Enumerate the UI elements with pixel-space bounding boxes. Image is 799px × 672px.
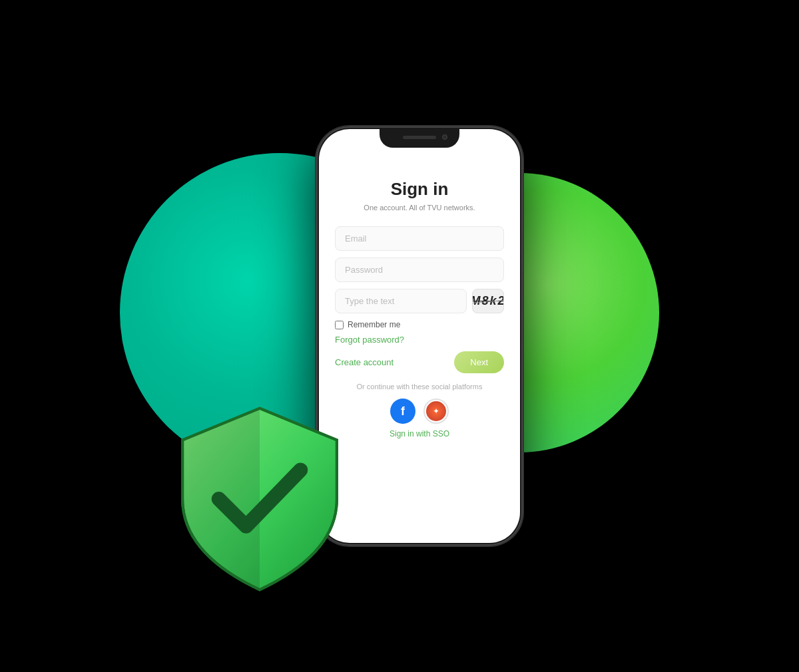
sso-icon[interactable]: ✦ xyxy=(423,399,449,424)
phone-speaker xyxy=(403,136,436,139)
sso-inner-icon: ✦ xyxy=(426,401,446,421)
remember-checkbox[interactable] xyxy=(335,321,344,329)
password-group xyxy=(335,257,504,282)
remember-label: Remember me xyxy=(348,320,400,329)
sso-star-icon: ✦ xyxy=(433,407,439,416)
next-button[interactable]: Next xyxy=(454,351,504,373)
sso-label[interactable]: Sign in with SSO xyxy=(390,429,449,438)
email-input[interactable] xyxy=(335,226,504,251)
page-title: Sign in xyxy=(391,179,449,200)
phone-camera xyxy=(442,134,447,140)
captcha-row: M8k2 xyxy=(335,289,504,313)
facebook-icon[interactable]: f xyxy=(390,399,415,424)
forgot-password-link[interactable]: Forgot password? xyxy=(335,335,504,345)
email-group xyxy=(335,226,504,251)
create-account-link[interactable]: Create account xyxy=(335,357,394,367)
scene: Sign in One account. All of TVU networks… xyxy=(100,53,699,619)
social-icons-row: f ✦ xyxy=(390,399,449,424)
bottom-row: Create account Next xyxy=(335,351,504,373)
page-subtitle: One account. All of TVU networks. xyxy=(364,204,475,212)
remember-row: Remember me xyxy=(335,320,504,329)
shield-icon xyxy=(166,399,353,599)
social-divider: Or continue with these social platforms xyxy=(357,383,483,391)
password-input[interactable] xyxy=(335,257,504,282)
captcha-input[interactable] xyxy=(335,289,467,313)
phone-notch xyxy=(380,129,459,148)
captcha-image: M8k2 xyxy=(472,289,504,313)
